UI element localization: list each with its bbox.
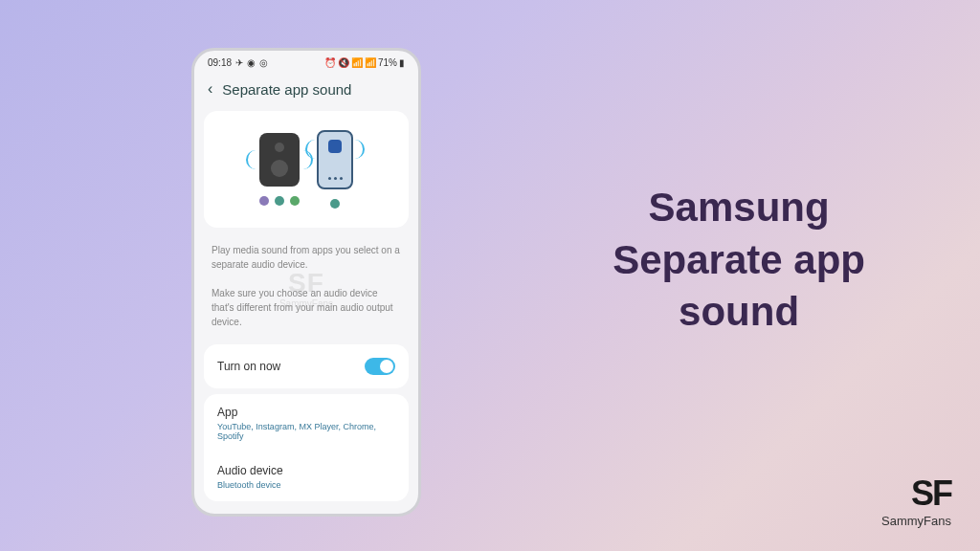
status-time: 09:18 (208, 57, 232, 68)
status-right: ⏰ 🔇 📶 📶 71% ▮ (324, 57, 405, 68)
alarm-icon: ⏰ (324, 57, 336, 68)
setting-app-value: YouTube, Instagram, MX Player, Chrome, S… (217, 422, 395, 441)
speaker-icon (259, 133, 300, 187)
dot-purple (259, 196, 269, 206)
battery-icon: ▮ (399, 57, 405, 68)
setting-app[interactable]: App YouTube, Instagram, MX Player, Chrom… (204, 394, 409, 452)
description-text: SF SammyFans Play media sound from apps … (194, 228, 418, 339)
telegram-icon: ✈ (235, 57, 243, 68)
logo-name: SammyFans (881, 514, 951, 528)
watermark-sub: SammyFans (279, 297, 333, 311)
status-bar: 09:18 ✈ ◉ ◎ ⏰ 🔇 📶 📶 71% ▮ (194, 51, 418, 71)
setting-audio-title: Audio device (217, 464, 395, 477)
dot-single (330, 199, 340, 209)
instagram-icon: ◎ (259, 57, 268, 68)
setting-app-title: App (217, 406, 395, 419)
app-dots (259, 196, 300, 206)
phone-mockup: 09:18 ✈ ◉ ◎ ⏰ 🔇 📶 📶 71% ▮ ‹ Separate app… (191, 48, 421, 517)
whatsapp-icon: ◉ (247, 57, 256, 68)
toggle-switch[interactable] (365, 358, 395, 375)
page-header: ‹ Separate app sound (194, 71, 418, 111)
phone-illustration (317, 130, 353, 209)
dot-teal (275, 196, 284, 206)
setting-audio-value: Bluetooth device (217, 480, 395, 490)
status-left: 09:18 ✈ ◉ ◎ (208, 57, 268, 68)
toggle-card[interactable]: Turn on now (204, 344, 409, 388)
page-title: Separate app sound (222, 81, 351, 98)
dot-green (290, 196, 300, 206)
setting-audio-device[interactable]: Audio device Bluetooth device (204, 452, 409, 501)
wifi-icon: 📶 (351, 57, 363, 68)
back-icon[interactable]: ‹ (208, 80, 212, 98)
battery-text: 71% (378, 57, 397, 68)
toggle-label: Turn on now (217, 360, 280, 373)
brand-logo: SF SammyFans (881, 474, 951, 528)
phone-device-icon (317, 130, 353, 189)
speaker-illustration (259, 133, 300, 206)
settings-card: App YouTube, Instagram, MX Player, Chrom… (204, 394, 409, 501)
signal-icon: 📶 (365, 57, 376, 68)
illustration-card (204, 111, 409, 228)
promo-title: SamsungSeparate appsound (612, 182, 865, 339)
logo-sf: SF (881, 474, 951, 514)
mute-icon: 🔇 (338, 57, 349, 68)
